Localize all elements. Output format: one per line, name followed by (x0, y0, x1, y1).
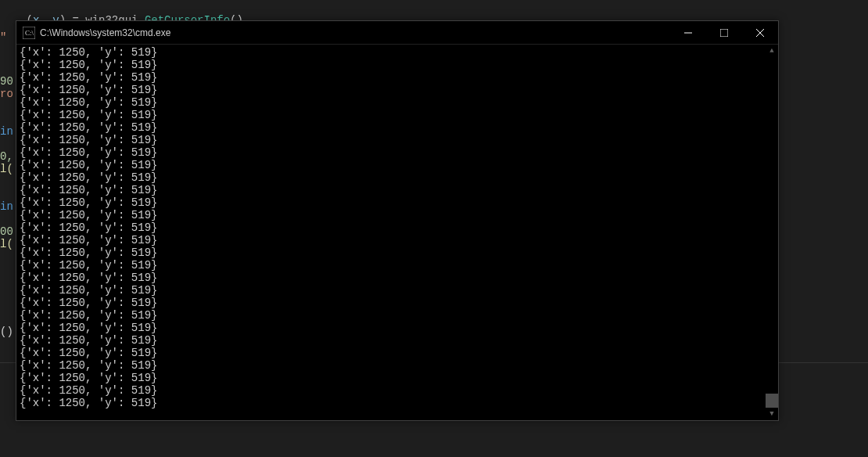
console-line: {'x': 1250, 'y': 519} (20, 284, 775, 297)
console-line: {'x': 1250, 'y': 519} (20, 134, 775, 146)
code-fragment: " (0, 31, 6, 44)
console-line: {'x': 1250, 'y': 519} (20, 109, 775, 121)
console-line: {'x': 1250, 'y': 519} (20, 234, 775, 246)
console-line: {'x': 1250, 'y': 519} (20, 384, 775, 397)
console-line: {'x': 1250, 'y': 519} (20, 146, 775, 159)
scrollbar-down-arrow[interactable]: ▼ (766, 408, 778, 420)
code-fragment: ro (0, 88, 13, 100)
console-line: {'x': 1250, 'y': 519} (20, 272, 775, 284)
cmd-icon: C:\ (23, 27, 35, 39)
window-controls (670, 21, 778, 44)
cmd-window: C:\ C:\Windows\system32\cmd.exe {'x': 12… (16, 20, 779, 421)
svg-text:C:\: C:\ (25, 29, 34, 37)
code-fragment: 0, (0, 150, 13, 163)
console-line: {'x': 1250, 'y': 519} (20, 297, 775, 309)
maximize-button[interactable] (706, 21, 742, 44)
console-line: {'x': 1250, 'y': 519} (20, 246, 775, 259)
svg-rect-3 (720, 29, 728, 37)
code-fragment: 00 (0, 225, 13, 238)
console-line: {'x': 1250, 'y': 519} (20, 322, 775, 334)
console-output: {'x': 1250, 'y': 519}{'x': 1250, 'y': 51… (20, 46, 775, 409)
code-fragment: () (0, 326, 13, 338)
console-line: {'x': 1250, 'y': 519} (20, 46, 775, 59)
code-fragment: in (0, 125, 13, 138)
scrollbar-up-arrow[interactable]: ▲ (766, 45, 778, 57)
console-body[interactable]: {'x': 1250, 'y': 519}{'x': 1250, 'y': 51… (16, 45, 778, 420)
console-line: {'x': 1250, 'y': 519} (20, 84, 775, 96)
console-line: {'x': 1250, 'y': 519} (20, 259, 775, 272)
code-fragment: in (0, 200, 13, 213)
window-title: C:\Windows\system32\cmd.exe (40, 27, 670, 38)
console-line: {'x': 1250, 'y': 519} (20, 121, 775, 134)
console-line: {'x': 1250, 'y': 519} (20, 209, 775, 221)
console-line: {'x': 1250, 'y': 519} (20, 372, 775, 384)
code-fragment: l( (0, 238, 13, 250)
scrollbar-track[interactable]: ▲ ▼ (766, 45, 778, 420)
console-line: {'x': 1250, 'y': 519} (20, 309, 775, 322)
console-line: {'x': 1250, 'y': 519} (20, 397, 775, 409)
minimize-button[interactable] (670, 21, 706, 44)
console-line: {'x': 1250, 'y': 519} (20, 171, 775, 184)
title-bar[interactable]: C:\ C:\Windows\system32\cmd.exe (16, 21, 778, 45)
console-line: {'x': 1250, 'y': 519} (20, 347, 775, 359)
console-line: {'x': 1250, 'y': 519} (20, 196, 775, 209)
console-line: {'x': 1250, 'y': 519} (20, 96, 775, 109)
console-line: {'x': 1250, 'y': 519} (20, 59, 775, 71)
close-button[interactable] (742, 21, 778, 44)
console-line: {'x': 1250, 'y': 519} (20, 334, 775, 347)
console-line: {'x': 1250, 'y': 519} (20, 184, 775, 196)
console-line: {'x': 1250, 'y': 519} (20, 159, 775, 171)
console-line: {'x': 1250, 'y': 519} (20, 359, 775, 372)
console-line: {'x': 1250, 'y': 519} (20, 71, 775, 84)
scrollbar-thumb[interactable] (766, 394, 778, 408)
code-fragment: 90 (0, 75, 13, 88)
console-line: {'x': 1250, 'y': 519} (20, 221, 775, 234)
code-fragment: l( (0, 163, 13, 175)
